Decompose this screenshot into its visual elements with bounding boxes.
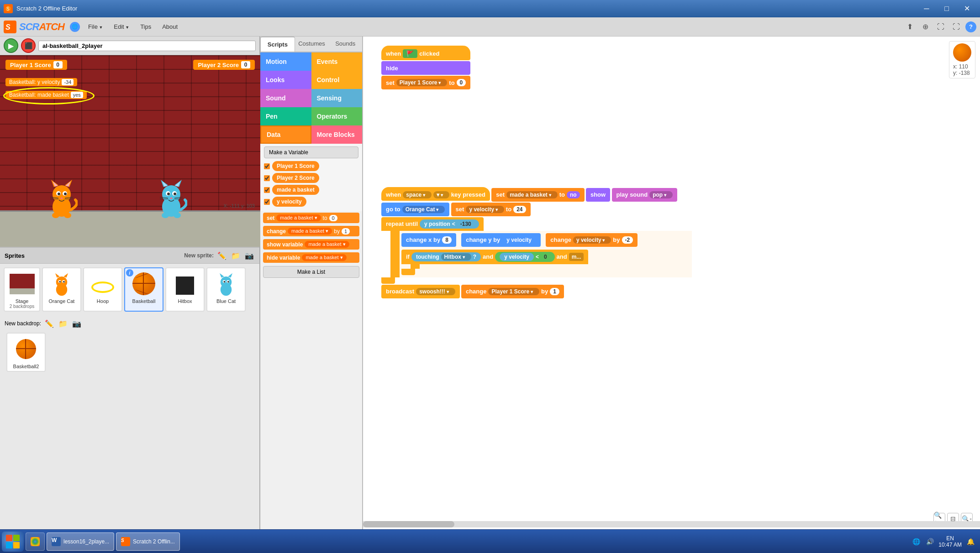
yvelocity-checkbox[interactable] <box>264 199 270 205</box>
network-icon[interactable]: 🌐 <box>911 537 921 547</box>
set-yvelocity-block[interactable]: set y velocity to 24 <box>451 203 531 216</box>
language-button[interactable]: 🌐 <box>70 22 80 32</box>
show-block[interactable]: show <box>586 188 610 202</box>
basketball2-item[interactable]: Basketball2 <box>6 333 46 372</box>
file-menu[interactable]: File <box>85 21 105 32</box>
when-space-hat-block[interactable]: when space ▾ key pressed <box>381 187 490 201</box>
madebasket-checkbox[interactable] <box>264 187 270 193</box>
green-flag-button[interactable]: ▶ <box>4 38 18 53</box>
data-category[interactable]: Data <box>260 125 311 144</box>
maximize-button[interactable]: □ <box>937 2 956 15</box>
backdrop-paint-icon[interactable]: ✏️ <box>44 318 55 329</box>
by1-input[interactable]: 1 <box>550 288 559 295</box>
repeat-until-header[interactable]: repeat until y position < -130 <box>381 217 484 231</box>
madebasket-dropdown2[interactable]: made a basket <box>506 191 558 198</box>
swoosh-dropdown[interactable]: swoosh!!! <box>416 288 455 295</box>
help-button[interactable]: ? <box>965 21 976 32</box>
fullscreen-icon[interactable]: ⛶ <box>934 21 947 33</box>
pen-category[interactable]: Pen <box>260 107 311 125</box>
edit-menu[interactable]: Edit <box>111 21 132 32</box>
sound-dropdown[interactable]: pop <box>649 191 673 198</box>
sprite-item-hoop[interactable]: Hoop <box>83 267 122 312</box>
backdrop-folder-icon[interactable]: 📁 <box>58 318 68 329</box>
taskbar-scratch[interactable]: S Scratch 2 Offlin... <box>116 532 180 551</box>
sound-category[interactable]: Sound <box>260 89 311 107</box>
tab-sounds[interactable]: Sounds <box>328 37 362 52</box>
operators-category[interactable]: Operators <box>311 107 363 125</box>
tab-scripts[interactable]: Scripts <box>260 37 295 52</box>
sprite-info-icon[interactable]: i <box>126 269 133 276</box>
change-y-block[interactable]: change y by y velocity <box>461 233 541 247</box>
stop-button[interactable]: ⬛ <box>21 38 36 53</box>
yvelocity-dropdown2[interactable]: y velocity <box>573 236 611 244</box>
zero-input[interactable]: 0 <box>457 79 466 86</box>
when-flag-hat-block[interactable]: when 🚩 clicked <box>381 46 470 60</box>
make-list-button[interactable]: Make a List <box>263 266 359 278</box>
neg2-input[interactable]: -2 <box>622 236 633 244</box>
set-madebasket-no-block[interactable]: set made a basket to no <box>491 188 584 202</box>
yvelocity-dropdown[interactable]: y velocity <box>466 206 504 213</box>
ypos-condition[interactable]: y position < -130 <box>420 219 479 229</box>
player2score-checkbox[interactable] <box>264 175 270 181</box>
change-block-panel[interactable]: change made a basket ▾ by 1 <box>263 226 359 236</box>
about-menu[interactable]: About <box>159 21 180 32</box>
play-sound-block[interactable]: play sound pop <box>612 188 677 202</box>
plus-icon[interactable]: ⊕ <box>919 21 932 33</box>
change-yvelocity-block[interactable]: change y velocity by -2 <box>546 233 638 247</box>
neg130-input[interactable]: -130 <box>457 220 474 228</box>
player2score-var-block[interactable]: Player 2 Score <box>272 173 319 183</box>
upload-icon[interactable]: ⬆ <box>903 21 916 33</box>
project-title[interactable]: al-basketball_2player <box>38 41 256 51</box>
present-icon[interactable]: ⛶ <box>950 21 963 33</box>
touching-hitbox[interactable]: touching Hitbox ? <box>411 252 481 261</box>
scrollbar-thumb[interactable] <box>363 521 454 527</box>
minimize-button[interactable]: ─ <box>917 2 936 15</box>
stage-sprite-item[interactable]: Stage 2 backdrops <box>4 267 40 312</box>
change-x-block[interactable]: change x by 8 <box>401 233 456 247</box>
24-input[interactable]: 24 <box>513 206 526 213</box>
control-category[interactable]: Control <box>311 71 363 89</box>
events-category[interactable]: Events <box>311 52 363 71</box>
hide-block[interactable]: hide <box>381 61 470 75</box>
broadcast-block[interactable]: broadcast swoosh!!! <box>381 285 460 298</box>
tips-menu[interactable]: Tips <box>137 21 154 32</box>
yvelocity-ref[interactable]: y velocity <box>502 236 536 244</box>
hitbox-dropdown[interactable]: Hitbox <box>441 253 471 261</box>
sprite-item-orangecat[interactable]: Orange Cat <box>42 267 81 312</box>
notifications-icon[interactable]: 🔔 <box>965 537 975 547</box>
yvel-ref2[interactable]: y velocity <box>500 253 534 261</box>
camera-sprite-icon[interactable]: 📷 <box>244 250 255 261</box>
no-input[interactable]: no <box>567 191 580 198</box>
change-p1score-block[interactable]: change Player 1 Score by 1 <box>461 285 564 298</box>
yvel-lt0[interactable]: y velocity < 0 <box>495 252 554 262</box>
madebasket-var-block[interactable]: made a basket <box>272 185 319 195</box>
hide-var-block-panel[interactable]: hide variable made a basket ▾ <box>263 252 359 263</box>
script-scrollbar[interactable] <box>363 521 980 527</box>
p1score-dropdown2[interactable]: Player 1 Score <box>488 288 539 295</box>
player1score-checkbox[interactable] <box>264 163 270 169</box>
set-p1score-block[interactable]: set Player 1 Score to 0 <box>381 76 470 89</box>
go-to-dropdown[interactable]: Orange Cat <box>402 206 445 213</box>
zero-input2[interactable]: 0 <box>541 253 550 261</box>
yvelocity-var-block[interactable]: y velocity <box>272 197 306 207</box>
backdrop-camera-icon[interactable]: 📷 <box>71 318 82 329</box>
sensing-category[interactable]: Sensing <box>311 89 363 107</box>
sprite-item-hitbox[interactable]: Hitbox <box>165 267 205 312</box>
motion-category[interactable]: Motion <box>260 52 311 71</box>
tab-costumes[interactable]: Costumes <box>295 37 329 52</box>
show-var-block-panel[interactable]: show variable made a basket ▾ <box>263 239 359 250</box>
player1score-var-block[interactable]: Player 1 Score <box>272 161 319 171</box>
make-variable-button[interactable]: Make a Variable <box>264 146 358 158</box>
looks-category[interactable]: Looks <box>260 71 311 89</box>
taskbar-word[interactable]: W lesson16_2playe... <box>47 532 114 551</box>
if-header[interactable]: if touching Hitbox ? and y velocity < <box>401 250 588 264</box>
sprite-item-bluecat[interactable]: Blue Cat <box>206 267 246 312</box>
upload-sprite-icon[interactable]: 📁 <box>230 250 241 261</box>
p1score-dropdown[interactable]: Player 1 Score <box>396 79 448 86</box>
key-pressed-dropdown[interactable]: ▾ <box>433 191 449 198</box>
volume-icon[interactable]: 🔊 <box>925 537 935 547</box>
paint-sprite-icon[interactable]: ✏️ <box>216 250 227 261</box>
more-category[interactable]: More Blocks <box>311 125 363 144</box>
sprite-item-basketball[interactable]: i Basketball <box>124 267 163 312</box>
start-button[interactable] <box>2 532 24 552</box>
